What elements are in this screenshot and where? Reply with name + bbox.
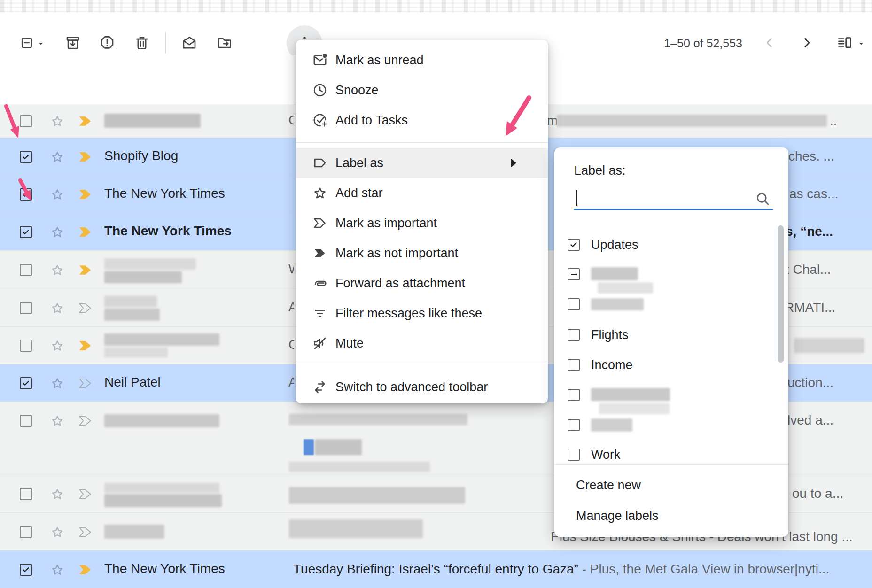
redacted-text [289, 487, 465, 504]
label-option-redacted[interactable] [554, 410, 788, 440]
star-icon[interactable] [50, 187, 65, 202]
importance-marker-icon[interactable] [79, 340, 92, 351]
label-checkbox[interactable] [568, 298, 580, 310]
label-icon [312, 155, 328, 171]
manage-labels-button[interactable]: Manage labels [576, 509, 717, 526]
popup-divider [554, 464, 788, 465]
snippet-fragment: t Chal... [786, 262, 831, 277]
menu-separator [296, 361, 548, 361]
attachment-icon [312, 275, 328, 291]
star-icon[interactable] [50, 114, 65, 129]
label-option-redacted[interactable] [554, 259, 788, 289]
label-option-income[interactable]: Income [554, 350, 788, 380]
split-pane-toggle[interactable] [836, 34, 853, 51]
label-checkbox[interactable] [568, 419, 580, 431]
label-checkbox[interactable] [568, 329, 580, 341]
row-select-checkbox[interactable] [20, 526, 32, 538]
label-option-redacted[interactable] [554, 289, 788, 319]
menu-item-add-to-tasks[interactable]: Add to Tasks [296, 105, 548, 135]
mark-as-read-button[interactable] [181, 34, 198, 51]
star-icon[interactable] [50, 338, 65, 353]
delete-button[interactable] [133, 34, 150, 51]
redacted-label [591, 418, 632, 432]
row-select-checkbox[interactable] [20, 340, 32, 352]
row-select-checkbox[interactable] [20, 377, 32, 389]
row-select-checkbox[interactable] [20, 115, 32, 127]
star-icon[interactable] [50, 263, 65, 278]
row-select-checkbox[interactable] [20, 188, 32, 201]
importance-marker-icon[interactable] [79, 378, 92, 388]
importance-marker-icon[interactable] [79, 265, 92, 275]
menu-item-switch-to-advanced-toolbar[interactable]: Switch to advanced toolbar [296, 372, 548, 402]
star-icon[interactable] [50, 301, 65, 316]
subject-sliver: C [288, 113, 294, 129]
star-icon[interactable] [50, 487, 65, 502]
star-icon[interactable] [50, 376, 65, 391]
menu-item-add-star[interactable]: Add star [296, 178, 548, 208]
star-icon[interactable] [50, 149, 65, 164]
label-option-updates[interactable]: Updates [554, 230, 788, 260]
label-checkbox[interactable] [568, 389, 580, 401]
move-to-button[interactable] [216, 34, 233, 51]
importance-marker-icon[interactable] [79, 527, 92, 537]
label-checkbox[interactable] [568, 449, 580, 461]
label-options-list: UpdatesFlightsIncomeWork [554, 147, 788, 461]
redacted-text [104, 114, 201, 128]
older-page-button[interactable] [798, 34, 815, 51]
importance-marker-icon[interactable] [79, 189, 92, 200]
menu-item-label-as[interactable]: Label as [296, 148, 548, 178]
row-select-checkbox[interactable] [20, 151, 32, 163]
row-select-checkbox[interactable] [20, 302, 32, 314]
row-select-checkbox[interactable] [20, 226, 32, 238]
label-checkbox[interactable] [568, 359, 580, 371]
star-icon [312, 185, 328, 201]
star-icon[interactable] [50, 525, 65, 540]
email-row[interactable]: The New York TimesTuesday Briefing: Isra… [0, 550, 872, 588]
subject-sliver: W [288, 262, 294, 278]
popup-scrollbar[interactable] [778, 225, 784, 363]
menu-item-mark-as-important[interactable]: Mark as important [296, 208, 548, 238]
redacted-text [104, 347, 168, 357]
row-select-checkbox[interactable] [20, 415, 32, 427]
switch-toolbar-icon [312, 379, 328, 395]
row-select-checkbox[interactable] [20, 488, 32, 500]
menu-item-mark-as-not-important[interactable]: Mark as not important [296, 238, 548, 268]
newer-page-button[interactable] [761, 34, 778, 51]
redacted-text [794, 338, 864, 353]
label-option-work[interactable]: Work [554, 440, 788, 461]
snippet-fragment: uction... [787, 375, 833, 390]
label-option-redacted[interactable] [554, 380, 788, 410]
importance-marker-icon[interactable] [79, 565, 92, 575]
sender-name: The New York Times [104, 561, 225, 576]
subject-text: Tuesday Briefing: Israel’s “forceful ent… [293, 562, 578, 576]
snippet-text: - Plus, the Met Gala View in browser|nyt… [578, 562, 829, 576]
importance-marker-icon[interactable] [79, 489, 92, 499]
menu-item-snooze[interactable]: Snooze [296, 75, 548, 105]
row-select-checkbox[interactable] [20, 264, 32, 276]
importance-marker-icon[interactable] [79, 116, 92, 126]
menu-item-mark-as-unread[interactable]: Mark as unread [296, 45, 548, 75]
star-icon[interactable] [50, 224, 65, 240]
menu-item-forward-as-attachment[interactable]: Forward as attachment [296, 268, 548, 298]
split-pane-caret-icon[interactable] [857, 39, 865, 48]
star-icon[interactable] [50, 413, 65, 428]
sender-name: The New York Times [104, 186, 225, 201]
label-checkbox[interactable] [568, 268, 580, 280]
importance-marker-icon[interactable] [79, 152, 92, 162]
menu-item-filter-messages-like-these[interactable]: Filter messages like these [296, 298, 548, 328]
label-option-name: Income [591, 358, 633, 372]
subject-sliver: A [288, 375, 294, 391]
star-icon[interactable] [50, 562, 65, 577]
importance-marker-icon[interactable] [79, 303, 92, 313]
create-new-label-button[interactable]: Create new [576, 478, 717, 496]
importance-marker-icon[interactable] [79, 416, 92, 426]
importance-marker-icon[interactable] [79, 227, 92, 237]
report-spam-button[interactable] [99, 34, 116, 51]
row-select-checkbox[interactable] [20, 564, 32, 576]
select-all-checkbox[interactable] [20, 36, 34, 50]
label-checkbox[interactable] [568, 239, 580, 251]
label-option-flights[interactable]: Flights [554, 320, 788, 350]
select-dropdown-caret-icon[interactable] [37, 39, 45, 48]
archive-button[interactable] [64, 34, 81, 51]
menu-item-mute[interactable]: Mute [296, 328, 548, 358]
